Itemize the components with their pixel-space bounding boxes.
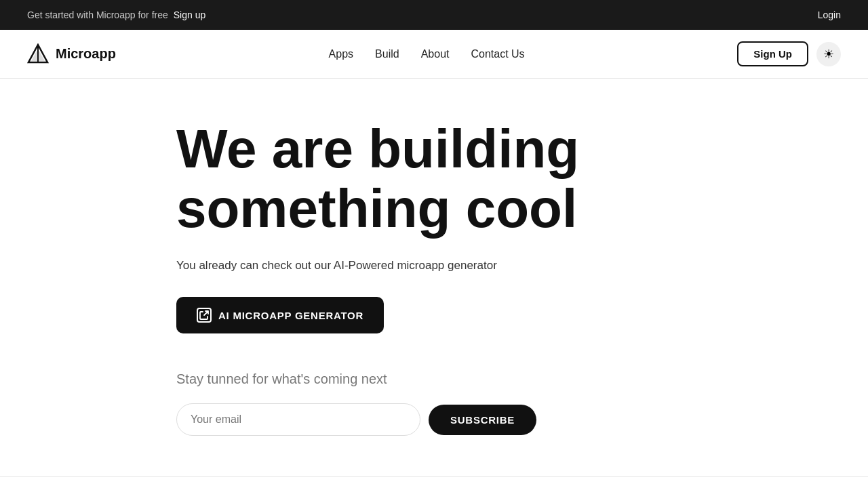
footer: Copyright © 2023 Microapp.io Built by a … <box>0 476 868 488</box>
email-input[interactable] <box>176 403 420 436</box>
main-content: We are building something cool You alrea… <box>0 79 868 476</box>
nav-links: Apps Build About Contact Us <box>329 48 525 60</box>
hero-title-line2: something cool <box>176 178 577 239</box>
logo-icon <box>27 43 49 65</box>
navbar-signup-button[interactable]: Sign Up <box>737 41 808 66</box>
theme-toggle-button[interactable]: ☀ <box>816 42 841 66</box>
nav-contact[interactable]: Contact Us <box>471 48 524 60</box>
ai-generator-label: AI MICROAPP GENERATOR <box>218 310 363 321</box>
nav-apps[interactable]: Apps <box>329 48 353 60</box>
theme-icon: ☀ <box>823 47 834 62</box>
logo[interactable]: Microapp <box>27 43 116 65</box>
top-bar-promo: Get started with Microapp for free Sign … <box>27 9 205 20</box>
subscribe-button[interactable]: SUBSCRIBE <box>429 405 536 435</box>
topbar-login-link[interactable]: Login <box>818 9 841 20</box>
brand-name: Microapp <box>56 46 116 62</box>
nav-right: Sign Up ☀ <box>737 41 841 66</box>
topbar-signup-link[interactable]: Sign up <box>174 9 205 20</box>
hero-title: We are building something cool <box>176 119 651 239</box>
navbar: Microapp Apps Build About Contact Us Sig… <box>0 30 868 79</box>
ai-generator-button[interactable]: AI MICROAPP GENERATOR <box>176 297 384 333</box>
top-bar: Get started with Microapp for free Sign … <box>0 0 868 30</box>
stay-tuned-text: Stay tunned for what's coming next <box>176 371 841 387</box>
subscribe-row: SUBSCRIBE <box>176 403 841 436</box>
hero-title-line1: We are building <box>176 119 579 179</box>
nav-about[interactable]: About <box>421 48 450 60</box>
hero-subtitle: You already can check out our AI-Powered… <box>176 259 549 272</box>
nav-build[interactable]: Build <box>375 48 399 60</box>
promo-text: Get started with Microapp for free <box>27 9 168 20</box>
external-link-icon <box>197 308 212 323</box>
top-bar-right: Login <box>818 9 841 20</box>
